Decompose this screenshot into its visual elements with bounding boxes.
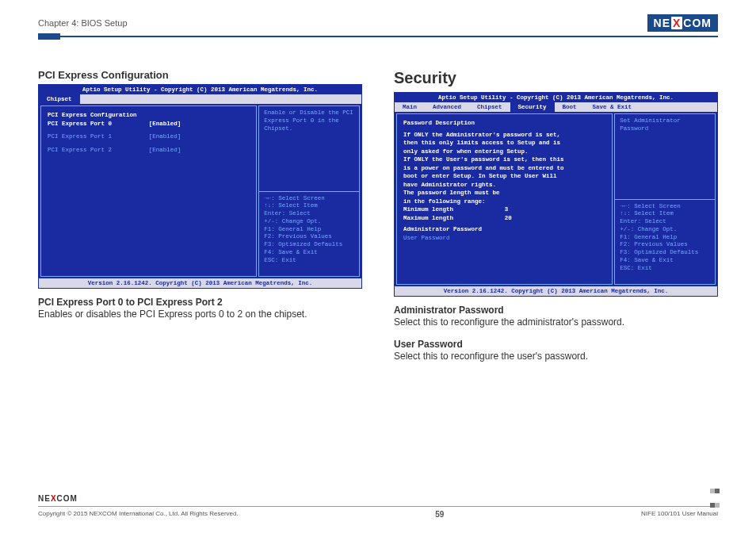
bios-key: +/-: Change Opt. — [620, 226, 710, 234]
bios-key: F2: Previous Values — [264, 233, 354, 241]
tab-chipset[interactable]: Chipset — [469, 102, 510, 112]
bios-key: F4: Save & Exit — [264, 249, 354, 257]
logo-x: X — [671, 17, 682, 29]
bios-bottom-bar: Version 2.16.1242. Copyright (C) 2013 Am… — [39, 278, 361, 288]
right-desc2-body: Select this to reconfigure the user's pa… — [394, 350, 718, 363]
bios-body-line: is a power on password and must be enter… — [403, 164, 605, 173]
bios-row: Maximum length 20 — [403, 214, 605, 223]
bios-tabs: Main Advanced Chipset Security Boot Save… — [395, 102, 717, 112]
bios-main-panel: Password Description If ONLY the Adminis… — [396, 113, 613, 285]
col-left: PCI Express Configuration Aptio Setup Ut… — [38, 69, 362, 373]
bios-key: Enter: Select — [264, 210, 354, 218]
bios-row-value: 20 — [505, 214, 606, 223]
footer-manual: NIFE 100/101 User Manual — [641, 510, 718, 519]
bios-row-label: PCI Express Port 0 — [48, 120, 149, 128]
bios-key: ESC: Exit — [264, 257, 354, 265]
tab-save-exit[interactable]: Save & Exit — [585, 102, 640, 112]
bios-key: F1: General Help — [620, 234, 710, 242]
bios-key: →←: Select Screen — [264, 195, 354, 203]
page-number: 59 — [435, 510, 444, 519]
bios-help-text: Enable or Disable the PCI Express Port 0… — [258, 105, 360, 192]
bios-key: F4: Save & Exit — [620, 257, 710, 265]
bios-body-line: only asked for when entering Setup. — [403, 148, 605, 156]
right-title: Security — [394, 69, 718, 87]
bios-key: ↑↓: Select Item — [264, 202, 354, 210]
bios-item-user-password[interactable]: User Password — [403, 234, 605, 243]
bios-heading: PCI Express Configuration — [48, 111, 250, 120]
bios-body-line: If ONLY the Administrator's password is … — [403, 131, 605, 140]
bios-body-line: The password length must be — [403, 189, 605, 197]
bios-bottom-bar: Version 2.16.1242. Copyright (C) 2013 Am… — [395, 286, 717, 296]
footer-line: Copyright © 2015 NEXCOM International Co… — [38, 510, 718, 519]
footer-logo-x: X — [51, 494, 57, 503]
bios-body: PCI Express Configuration PCI Express Po… — [39, 104, 361, 278]
logo-nexcom: NE X COM — [647, 14, 718, 32]
bios-body-line: have Administrator rights. — [403, 181, 605, 190]
bios-keys: →←: Select Screen ↑↓: Select Item Enter:… — [258, 192, 360, 278]
bios-row-label: PCI Express Port 2 — [48, 146, 149, 155]
tab-boot[interactable]: Boot — [555, 102, 585, 112]
page-footer: NEXCOM Copyright © 2015 NEXCOM Internati… — [38, 494, 718, 519]
bios-key: F3: Optimized Defaults — [620, 249, 710, 257]
bios-tabs: Chipset — [39, 94, 361, 104]
bios-key: +/-: Change Opt. — [264, 218, 354, 226]
footer-logo-post: COM — [57, 494, 78, 503]
page-content: PCI Express Configuration Aptio Setup Ut… — [38, 69, 718, 373]
left-desc-body: Enables or disables the PCI Express port… — [38, 308, 362, 321]
bios-body-line: in the following range: — [403, 197, 605, 206]
bios-row: Minimum length 3 — [403, 205, 605, 214]
tab-main[interactable]: Main — [395, 102, 425, 112]
bios-item-admin-password[interactable]: Administrator Password — [403, 225, 605, 234]
bios-heading: Password Description — [403, 119, 605, 128]
bios-window-right: Aptio Setup Utility - Copyright (C) 2013… — [394, 92, 718, 297]
chapter-title: Chapter 4: BIOS Setup — [38, 18, 128, 28]
bios-side-panel: Enable or Disable the PCI Express Port 0… — [258, 105, 360, 277]
bios-row-value: 3 — [505, 205, 606, 214]
bios-key: F3: Optimized Defaults — [264, 241, 354, 249]
bios-window-left: Aptio Setup Utility - Copyright (C) 2013… — [38, 84, 362, 289]
side-tab — [38, 33, 60, 40]
bios-row-value: [Enabled] — [149, 120, 250, 128]
bios-key: →←: Select Screen — [620, 203, 710, 211]
bios-top-bar: Aptio Setup Utility - Copyright (C) 2013… — [395, 93, 717, 102]
footer-logo: NEXCOM — [38, 494, 718, 503]
page-header: Chapter 4: BIOS Setup NE X COM — [38, 14, 718, 34]
tab-advanced[interactable]: Advanced — [425, 102, 469, 112]
bios-body-line: boot or enter Setup. In Setup the User W… — [403, 172, 605, 181]
bios-main-panel: PCI Express Configuration PCI Express Po… — [40, 105, 257, 277]
footer-rule — [38, 506, 718, 507]
corner-mark-icon — [710, 482, 720, 511]
bios-row[interactable]: PCI Express Port 0 [Enabled] — [48, 120, 250, 128]
bios-row[interactable]: PCI Express Port 2 [Enabled] — [48, 146, 250, 155]
logo-text-pre: NE — [654, 17, 670, 29]
bios-row-label: PCI Express Port 1 — [48, 132, 149, 141]
bios-body-line: then this only limits access to Setup an… — [403, 139, 605, 148]
bios-side-panel: Set Administrator Password →←: Select Sc… — [614, 113, 716, 285]
bios-row-value: [Enabled] — [149, 146, 250, 155]
bios-key: F1: General Help — [264, 226, 354, 234]
footer-copyright: Copyright © 2015 NEXCOM International Co… — [38, 510, 239, 519]
tab-chipset[interactable]: Chipset — [39, 94, 80, 104]
footer-logo-pre: NE — [38, 494, 51, 503]
left-desc-title: PCI Express Port 0 to PCI Express Port 2 — [38, 297, 362, 308]
bios-keys: →←: Select Screen ↑↓: Select Item Enter:… — [614, 200, 716, 286]
bios-key: ESC: Exit — [620, 265, 710, 273]
left-title: PCI Express Configuration — [38, 69, 362, 81]
bios-key: F2: Previous Values — [620, 241, 710, 249]
bios-row-value: [Enabled] — [149, 132, 250, 141]
header-rule — [38, 36, 718, 37]
tab-security[interactable]: Security — [510, 102, 555, 112]
right-desc1-title: Administrator Password — [394, 305, 718, 316]
bios-top-bar: Aptio Setup Utility - Copyright (C) 2013… — [39, 85, 361, 94]
bios-help-text: Set Administrator Password — [614, 113, 716, 200]
bios-row[interactable]: PCI Express Port 1 [Enabled] — [48, 132, 250, 141]
bios-row-label: Minimum length — [403, 205, 505, 214]
bios-key: ↑↓: Select Item — [620, 210, 710, 218]
bios-body-line: If ONLY the User's password is set, then… — [403, 155, 605, 164]
right-desc1-body: Select this to reconfigure the administr… — [394, 316, 718, 329]
logo-text-post: COM — [683, 17, 712, 29]
bios-body: Password Description If ONLY the Adminis… — [395, 112, 717, 286]
bios-key: Enter: Select — [620, 218, 710, 226]
col-right: Security Aptio Setup Utility - Copyright… — [394, 69, 718, 373]
bios-row-label: Maximum length — [403, 214, 505, 223]
